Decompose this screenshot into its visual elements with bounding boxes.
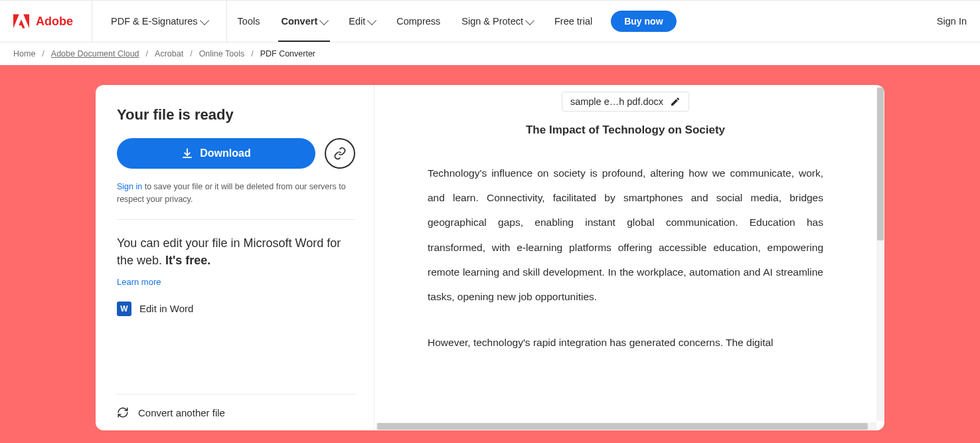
chevron-down-icon xyxy=(525,15,534,25)
vertical-scrollbar[interactable] xyxy=(876,86,884,421)
chevron-down-icon xyxy=(319,15,329,25)
crumb-document-cloud[interactable]: Adobe Document Cloud xyxy=(51,49,139,58)
chevron-down-icon xyxy=(367,15,376,25)
breadcrumb-sep: / xyxy=(146,49,148,58)
breadcrumb-sep: / xyxy=(251,49,253,58)
nav-label: Convert xyxy=(281,16,317,27)
stage: Your file is ready Download Sign in to s… xyxy=(0,65,980,443)
nav-pdf-esignatures[interactable]: PDF & E-Signatures xyxy=(92,1,227,42)
preview-panel: sample e…h pdf.docx The Impact of Techno… xyxy=(374,85,884,430)
download-icon xyxy=(181,147,193,159)
document-title: The Impact of Technology on Society xyxy=(374,124,876,137)
left-panel: Your file is ready Download Sign in to s… xyxy=(96,85,374,430)
nav-label: Sign & Protect xyxy=(461,16,523,27)
crumb-acrobat[interactable]: Acrobat xyxy=(155,49,183,58)
pencil-icon xyxy=(670,96,681,107)
filename-chip[interactable]: sample e…h pdf.docx xyxy=(562,92,689,112)
crumb-home[interactable]: Home xyxy=(13,49,35,58)
convert-another-button[interactable]: Convert another file xyxy=(117,394,355,430)
chevron-down-icon xyxy=(199,15,208,25)
nav-tools[interactable]: Tools xyxy=(227,1,271,42)
nav-label: PDF & E-Signatures xyxy=(111,16,198,27)
document-preview[interactable]: sample e…h pdf.docx The Impact of Techno… xyxy=(374,85,876,422)
adobe-logo-block[interactable]: Adobe xyxy=(13,1,92,42)
document-body: Technology's influence on society is pro… xyxy=(374,161,876,355)
nav-sign-protect[interactable]: Sign & Protect xyxy=(451,1,544,42)
signin-note: Sign in to save your file or it will be … xyxy=(117,181,355,220)
copy-link-button[interactable] xyxy=(325,138,355,169)
convert-another-label: Convert another file xyxy=(138,407,225,418)
nav-items: PDF & E-Signatures Tools Convert Edit Co… xyxy=(92,1,677,42)
edit-line1: You can edit your file in Microsoft Word… xyxy=(117,236,341,267)
edit-free: It's free. xyxy=(165,254,210,267)
doc-paragraph: However, technology's rapid integration … xyxy=(428,330,823,355)
nav-label: Compress xyxy=(396,16,440,27)
crumb-online-tools[interactable]: Online Tools xyxy=(199,49,245,58)
word-icon: W xyxy=(117,302,131,316)
nav-edit[interactable]: Edit xyxy=(338,1,386,42)
nav-label: Edit xyxy=(349,16,365,27)
breadcrumb-sep: / xyxy=(42,49,44,58)
edit-title: You can edit your file in Microsoft Word… xyxy=(117,234,355,269)
breadcrumb: Home / Adobe Document Cloud / Acrobat / … xyxy=(0,43,980,65)
crumb-current: PDF Converter xyxy=(260,49,315,58)
edit-in-word-label: Edit in Word xyxy=(139,303,193,314)
result-card: Your file is ready Download Sign in to s… xyxy=(96,85,884,430)
link-icon xyxy=(333,147,347,160)
signin-rest: to save your file or it will be deleted … xyxy=(117,182,346,204)
refresh-icon xyxy=(117,406,129,418)
scrollbar-thumb[interactable] xyxy=(877,88,884,240)
download-label: Download xyxy=(200,147,250,159)
nav-compress[interactable]: Compress xyxy=(386,1,451,42)
nav-free-trial[interactable]: Free trial xyxy=(544,1,603,42)
buy-now-button[interactable]: Buy now xyxy=(611,11,676,32)
filename-text: sample e…h pdf.docx xyxy=(570,96,663,107)
learn-more-link[interactable]: Learn more xyxy=(117,277,161,287)
edit-block: You can edit your file in Microsoft Word… xyxy=(117,220,355,316)
brand-name: Adobe xyxy=(36,15,73,29)
download-button[interactable]: Download xyxy=(117,138,315,169)
nav-label: Tools xyxy=(238,16,260,27)
nav-convert[interactable]: Convert xyxy=(270,1,338,42)
nav-label: Free trial xyxy=(554,16,592,27)
ready-heading: Your file is ready xyxy=(117,106,355,124)
scrollbar-thumb[interactable] xyxy=(377,423,868,430)
download-row: Download xyxy=(117,138,355,169)
sign-in-link[interactable]: Sign In xyxy=(937,16,967,27)
adobe-logo-icon xyxy=(13,13,29,29)
doc-paragraph: Technology's influence on society is pro… xyxy=(428,161,823,309)
horizontal-scrollbar[interactable] xyxy=(376,422,876,430)
breadcrumb-sep: / xyxy=(190,49,192,58)
edit-in-word-button[interactable]: W Edit in Word xyxy=(117,302,355,316)
top-nav: Adobe PDF & E-Signatures Tools Convert E… xyxy=(0,0,980,43)
signin-link[interactable]: Sign in xyxy=(117,182,142,191)
